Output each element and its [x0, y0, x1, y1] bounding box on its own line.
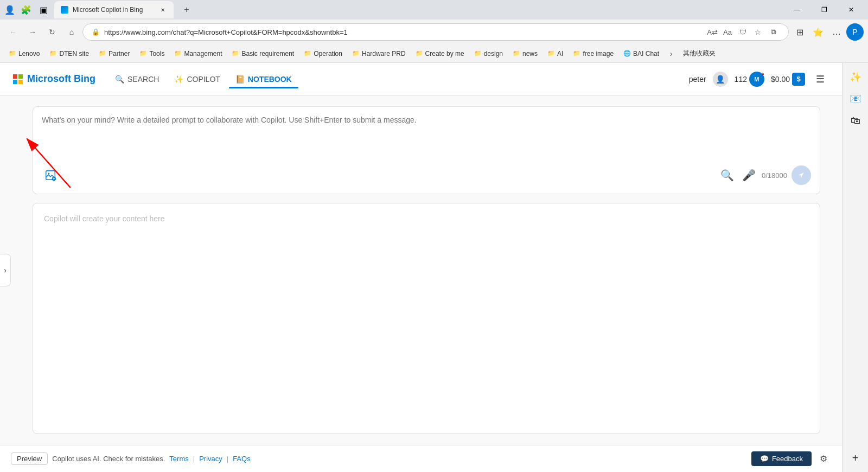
new-tab-button[interactable]: +	[178, 2, 195, 17]
split-view-icon[interactable]: ⧉	[767, 25, 780, 39]
bookmark-other[interactable]: 其他收藏夹	[679, 47, 720, 60]
feedback-icon: 💬	[760, 455, 769, 463]
bookmarks-bar: 📁 Lenovo 📁 DTEN site 📁 Partner 📁 Tools 📁…	[0, 44, 868, 63]
address-box[interactable]: 🔒 https://www.bing.com/chat?q=Microsoft+…	[82, 23, 789, 41]
tracking-icon[interactable]: 🛡	[736, 25, 749, 39]
forward-button[interactable]: →	[24, 23, 41, 41]
preview-button[interactable]: Preview	[11, 452, 48, 465]
char-count: 0/18000	[762, 171, 787, 180]
folder-icon: 📁	[232, 50, 239, 57]
profile-circle[interactable]: 👤	[4, 4, 15, 15]
bookmark-design[interactable]: 📁 design	[470, 47, 507, 60]
left-panel-toggle[interactable]: ›	[0, 254, 11, 286]
bookmark-management[interactable]: 📁 Management	[170, 47, 226, 60]
window-controls: — ❐ ✕	[784, 1, 864, 18]
bookmark-ai[interactable]: 📁 AI	[543, 47, 567, 60]
bottom-bar: Preview Copilot uses AI. Check for mista…	[0, 445, 842, 472]
prompt-right-icons: 🔍 🎤 0/18000	[718, 165, 811, 185]
image-search-button[interactable]: 🔍	[718, 167, 736, 184]
folder-icon: 📁	[513, 50, 520, 57]
logo-sq-yellow	[18, 80, 23, 84]
home-button[interactable]: ⌂	[63, 23, 80, 41]
read-aloud-icon[interactable]: Aa	[721, 25, 734, 39]
faqs-link[interactable]: FAQs	[233, 455, 251, 463]
send-button[interactable]	[792, 165, 811, 185]
bookmark-create-by-me[interactable]: 📁 Create by me	[411, 47, 469, 60]
user-avatar-button[interactable]: 👤	[713, 72, 728, 87]
feedback-button[interactable]: 💬 Feedback	[751, 451, 812, 466]
more-options-icon[interactable]: …	[828, 23, 845, 41]
bottom-links: Terms | Privacy | FAQs	[169, 455, 250, 463]
favorites-icon[interactable]: ⭐	[809, 23, 827, 41]
tab-favicon	[61, 6, 68, 14]
bookmark-news[interactable]: 📁 news	[508, 47, 542, 60]
active-tab[interactable]: Microsoft Copilot in Bing ✕	[54, 1, 174, 18]
bookmark-tools[interactable]: 📁 Tools	[135, 47, 169, 60]
star-icon[interactable]: ☆	[751, 25, 764, 39]
bookmarks-more-button[interactable]: ›	[665, 47, 678, 60]
toolbar-icons: ⊞ ⭐ … P	[791, 23, 864, 41]
folder-icon: 📁	[547, 50, 555, 57]
bookmark-operation[interactable]: 📁 Operation	[299, 47, 347, 60]
sidebar-copilot-icon[interactable]: ✨	[846, 67, 865, 87]
bookmark-dten-site[interactable]: 📁 DTEN site	[45, 47, 93, 60]
user-name: peter	[689, 75, 706, 84]
folder-icon: 📁	[304, 50, 311, 57]
main-area: ›	[0, 95, 842, 445]
address-bar-row: ← → ↻ ⌂ 🔒 https://www.bing.com/chat?q=Mi…	[0, 20, 868, 44]
sidebar-shopping-icon[interactable]: 🛍	[846, 111, 865, 130]
bookmark-hardware-prd[interactable]: 📁 Hardware PRD	[348, 47, 410, 60]
disclaimer-text: Copilot uses AI. Check for mistakes.	[52, 455, 165, 463]
money-display: $0.00 $	[771, 73, 805, 86]
logo-sq-blue	[13, 80, 17, 84]
prompt-box: 🔍 🎤 0/18000	[33, 106, 820, 194]
output-placeholder: Copilot will create your content here	[44, 214, 165, 223]
folder-icon: 📁	[474, 50, 482, 57]
bookmark-basic-req[interactable]: 📁 Basic requirement	[227, 47, 298, 60]
bing-nav: 🔍 SEARCH ✨ COPILOT 📔 NOTEBOOK	[108, 71, 298, 88]
back-button[interactable]: ←	[4, 23, 22, 41]
bing-logo-text: Microsoft Bing	[27, 73, 95, 85]
folder-icon: 📁	[139, 50, 147, 57]
translate-icon[interactable]: A⇄	[706, 25, 719, 39]
minimize-button[interactable]: —	[784, 1, 809, 18]
bookmark-bai-chat[interactable]: 🌐 BAI Chat	[619, 47, 663, 60]
close-button[interactable]: ✕	[839, 1, 864, 18]
settings-button[interactable]: ⚙	[816, 451, 831, 467]
bookmark-lenovo[interactable]: 📁 Lenovo	[4, 47, 44, 60]
bookmark-free-image[interactable]: 📁 free image	[569, 47, 618, 60]
prompt-textarea[interactable]	[42, 116, 811, 159]
dollar-badge[interactable]: $	[792, 73, 805, 86]
folder-icon: 📁	[573, 50, 580, 57]
rewards-icon[interactable]: M	[749, 72, 764, 87]
nav-item-copilot[interactable]: ✨ COPILOT	[168, 71, 226, 88]
privacy-link[interactable]: Privacy	[199, 455, 222, 463]
restore-button[interactable]: ❐	[812, 1, 837, 18]
money-amount: $0.00	[771, 75, 790, 84]
terms-link[interactable]: Terms	[169, 455, 188, 463]
bookmark-partner[interactable]: 📁 Partner	[94, 47, 134, 60]
image-insert-button[interactable]	[42, 167, 59, 184]
refresh-button[interactable]: ↻	[43, 23, 61, 41]
sidebar-outlook-icon[interactable]: 📧	[846, 89, 865, 109]
svg-point-3	[48, 173, 49, 174]
edge-profile-icon[interactable]: P	[846, 23, 864, 41]
points-count: 112	[735, 75, 747, 84]
tab-close-button[interactable]: ✕	[158, 5, 167, 14]
collections-icon[interactable]: ⊞	[791, 23, 808, 41]
hamburger-menu-button[interactable]: ☰	[812, 71, 829, 88]
folder-icon: 📁	[352, 50, 360, 57]
bing-logo[interactable]: Microsoft Bing	[13, 73, 95, 85]
microphone-button[interactable]: 🎤	[740, 167, 757, 184]
logo-sq-green	[18, 74, 23, 79]
sidebar-add-button[interactable]: +	[846, 448, 865, 468]
nav-item-notebook[interactable]: 📔 NOTEBOOK	[229, 71, 298, 88]
nav-item-search[interactable]: 🔍 SEARCH	[108, 71, 165, 88]
folder-icon: 📁	[49, 50, 57, 57]
address-icons: A⇄ Aa 🛡 ☆ ⧉	[706, 25, 780, 39]
extensions-icon[interactable]: 🧩	[20, 3, 33, 16]
folder-icon: 📁	[9, 50, 16, 57]
vertical-tabs-icon[interactable]: ▣	[37, 3, 50, 16]
page-content: Microsoft Bing 🔍 SEARCH ✨ COPILOT 📔 NOTE…	[0, 63, 842, 472]
tab-title: Microsoft Copilot in Bing	[73, 6, 154, 14]
